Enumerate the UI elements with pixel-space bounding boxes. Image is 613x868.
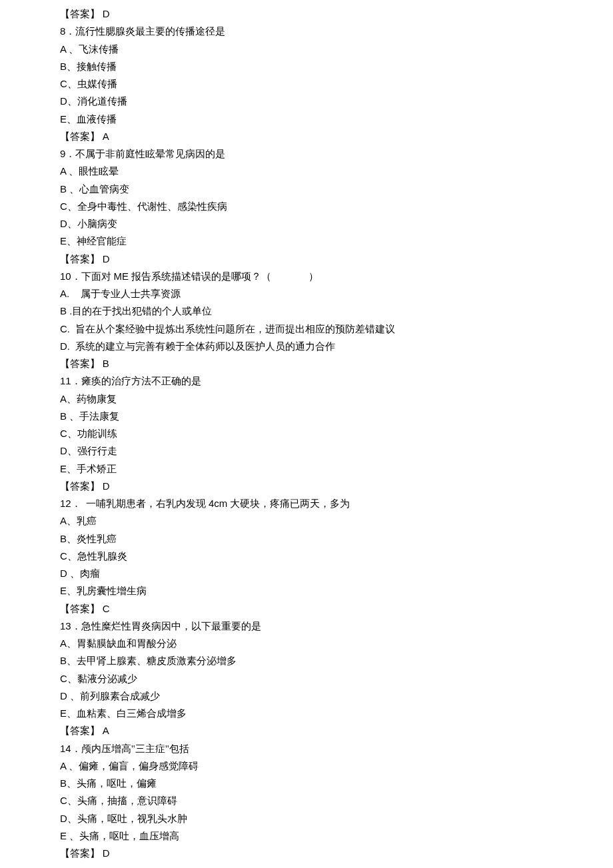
opt-letter: B xyxy=(60,410,69,422)
q8-opt-b: B、接触传播 xyxy=(60,58,613,75)
opt-text: 、手术矫正 xyxy=(67,464,117,474)
q12-text-a: ． 一哺乳期患者，右乳内发现 xyxy=(71,498,209,509)
q11-opt-b: B 、手法康复 xyxy=(60,408,613,425)
answer-label: 【答案】 xyxy=(60,604,100,614)
q8-answer: 【答案】 A xyxy=(60,128,613,145)
opt-letter: A xyxy=(60,515,67,526)
opt-text: 、乳癌 xyxy=(67,516,97,526)
opt-letter: D xyxy=(60,813,67,824)
opt-letter: C xyxy=(60,428,67,439)
opt-text: 、头痛，呕吐，视乳头水肿 xyxy=(67,813,187,824)
opt-text: 、头痛，呕吐，血压增高 xyxy=(69,831,179,841)
q10-opt-d: D. 系统的建立与完善有赖于全体药师以及医护人员的通力合作 xyxy=(60,338,613,355)
opt-text: 、消化道传播 xyxy=(67,96,127,107)
opt-letter: B . xyxy=(60,305,72,316)
q11-opt-d: D、强行行走 xyxy=(60,442,613,460)
q9-opt-b: B 、心血管病变 xyxy=(60,181,613,198)
q13-opt-c: C、黏液分泌减少 xyxy=(60,670,613,687)
q14-opt-a: A 、偏瘫，偏盲，偏身感觉障碍 xyxy=(60,757,613,775)
opt-letter: E xyxy=(60,830,69,841)
q13-num: 13 xyxy=(60,620,71,632)
q12-text-b: 大硬块，疼痛已两天，多为 xyxy=(227,498,350,509)
opt-text: 、炎性乳癌 xyxy=(67,534,117,544)
q11-num: 11 xyxy=(60,375,71,386)
q8-opt-c: C、虫媒传播 xyxy=(60,75,613,93)
answer-label: 【答案】 xyxy=(60,254,100,264)
opt-text: 、头痛，抽搐，意识障碍 xyxy=(67,795,177,806)
answer-value: D xyxy=(103,847,110,859)
opt-text: 、肉瘤 xyxy=(70,568,100,579)
q9-opt-a: A 、眼性眩晕 xyxy=(60,163,613,180)
q12-num: 12 xyxy=(60,498,71,509)
opt-text: 、头痛，呕吐，偏瘫 xyxy=(67,778,157,789)
opt-text: 、血液传播 xyxy=(67,114,117,125)
q12-answer: 【答案】 C xyxy=(60,600,613,618)
opt-text: 、药物康复 xyxy=(67,394,117,404)
opt-letter: A xyxy=(60,393,67,404)
q11-opt-e: E、手术矫正 xyxy=(60,460,613,478)
opt-letter: C xyxy=(60,550,67,562)
opt-text: 系统的建立与完善有赖于全体药师以及医护人员的通力合作 xyxy=(75,341,335,352)
q10-stem: 10．下面对 ME 报告系统描述错误的是哪项？（ ） xyxy=(60,268,613,285)
answer-label: 【答案】 xyxy=(60,848,100,859)
q11-stem: 11．瘫痪的治疗方法不正确的是 xyxy=(60,372,613,390)
opt-letter: C. xyxy=(60,323,75,334)
opt-letter: C xyxy=(60,78,67,89)
q12-opt-d: D 、肉瘤 xyxy=(60,565,613,582)
q9-opt-c: C、全身中毒性、代谢性、感染性疾病 xyxy=(60,198,613,215)
answer-value: C xyxy=(103,603,110,614)
q8-text: ．流行性腮腺炎最主要的传播途径是 xyxy=(65,26,225,37)
opt-text: 、全身中毒性、代谢性、感染性疾病 xyxy=(67,201,227,212)
answer-value: D xyxy=(103,8,110,19)
answer-value: B xyxy=(103,358,109,369)
opt-letter: D xyxy=(60,445,67,456)
opt-letter: D xyxy=(60,218,67,229)
q11-opt-a: A、药物康复 xyxy=(60,390,613,408)
prev-answer: 【答案】 D xyxy=(60,5,613,23)
opt-text: 、胃黏膜缺血和胃酸分泌 xyxy=(67,638,177,649)
q10-opt-b: B .目的在于找出犯错的个人或单位 xyxy=(60,302,613,320)
opt-letter: E xyxy=(60,463,67,474)
opt-letter: A. xyxy=(60,288,81,299)
answer-value: A xyxy=(103,131,109,142)
q10-text-b: 报告系统描述错误的是哪项？（ ） xyxy=(129,271,318,282)
opt-text: 、去甲肾上腺素、糖皮质激素分泌增多 xyxy=(67,655,237,666)
q10-opt-a: A. 属于专业人士共享资源 xyxy=(60,285,613,302)
q14-answer: 【答案】 D xyxy=(60,845,613,862)
opt-letter: E xyxy=(60,235,67,246)
answer-label: 【答案】 xyxy=(60,481,100,492)
opt-text: 、神经官能症 xyxy=(67,236,127,246)
opt-letter: C xyxy=(60,673,67,684)
opt-text: 属于专业人士共享资源 xyxy=(81,288,181,299)
q14-text: ．颅内压增高"三主症"包括 xyxy=(71,743,189,754)
q8-opt-a: A 、飞沫传播 xyxy=(60,41,613,58)
opt-letter: B xyxy=(60,533,67,544)
q8-stem: 8．流行性腮腺炎最主要的传播途径是 xyxy=(60,23,613,40)
opt-letter: B xyxy=(60,777,67,789)
q14-stem: 14．颅内压增高"三主症"包括 xyxy=(60,740,613,757)
q12-mid: 4cm xyxy=(209,498,227,509)
q14-opt-d: D、头痛，呕吐，视乳头水肿 xyxy=(60,810,613,827)
q10-mid: ME xyxy=(113,270,129,282)
answer-label: 【答案】 xyxy=(60,725,100,736)
opt-text: 、小脑病变 xyxy=(67,218,117,229)
q8-opt-e: E、血液传播 xyxy=(60,111,613,128)
q13-opt-e: E、血粘素、白三烯合成增多 xyxy=(60,705,613,722)
opt-text: 、强行行走 xyxy=(67,446,117,456)
q12-opt-e: E、乳房囊性增生病 xyxy=(60,582,613,600)
q13-answer: 【答案】 A xyxy=(60,722,613,739)
opt-text: 、功能训练 xyxy=(67,428,117,439)
q12-opt-a: A、乳癌 xyxy=(60,512,613,530)
opt-text: 目的在于找出犯错的个人或单位 xyxy=(72,306,212,316)
q9-opt-d: D、小脑病变 xyxy=(60,215,613,232)
q8-opt-d: D、消化道传播 xyxy=(60,93,613,110)
q13-opt-d: D 、前列腺素合成减少 xyxy=(60,687,613,705)
opt-text: 、接触传播 xyxy=(67,61,117,72)
opt-letter: D xyxy=(60,568,70,579)
answer-value: D xyxy=(103,480,110,492)
opt-letter: B xyxy=(60,655,67,666)
opt-letter: D xyxy=(60,690,70,701)
q12-opt-c: C、急性乳腺炎 xyxy=(60,548,613,565)
answer-label: 【答案】 xyxy=(60,9,100,19)
opt-letter: B xyxy=(60,183,69,195)
